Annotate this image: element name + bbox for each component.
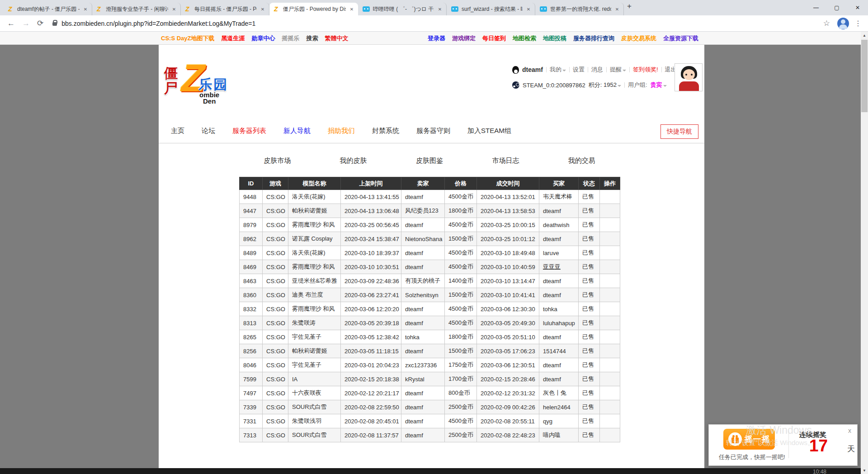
top-link[interactable]: 皮肤交易系统 <box>621 34 656 43</box>
close-icon[interactable]: ✕ <box>847 0 868 15</box>
top-link[interactable]: 地图投稿 <box>543 34 566 43</box>
maximize-icon[interactable]: ▢ <box>826 0 847 15</box>
tab-close-icon[interactable]: ✕ <box>259 7 266 12</box>
alerts-menu[interactable]: 提醒 <box>610 66 626 74</box>
browser-profile-avatar[interactable] <box>837 18 849 29</box>
cell-buyer[interactable]: 亚亚亚 <box>539 260 579 274</box>
cell-buyer[interactable]: 1514744 <box>539 344 579 358</box>
top-link[interactable]: 每日签到 <box>482 34 506 43</box>
new-tab-button[interactable]: + <box>624 1 635 12</box>
site-logo[interactable]: Z 僵尸 乐园 ombie Den <box>163 63 240 104</box>
cell-buyer[interactable]: dteamf <box>539 330 579 344</box>
main-nav-item[interactable]: 新人导航 <box>283 127 311 135</box>
scrollbar-down-icon[interactable]: ▼ <box>861 467 868 474</box>
score-menu[interactable]: 积分: 1952 <box>589 81 621 89</box>
avatar[interactable] <box>675 63 703 91</box>
main-nav-item[interactable]: 服务器守则 <box>416 127 450 135</box>
main-nav-item[interactable]: 加入STEAM组 <box>467 127 511 135</box>
cell-game: CS:GO <box>263 204 288 218</box>
tab-close-icon[interactable]: ✕ <box>348 7 355 12</box>
subnav-tab[interactable]: 我的皮肤 <box>315 156 391 165</box>
top-link[interactable]: 黑道生涯 <box>221 34 245 43</box>
top-link[interactable]: 搜索 <box>306 34 318 43</box>
cell-buyer[interactable]: dteamf <box>539 288 579 302</box>
steam-id: STEAM_0:0:200897862 <box>523 82 585 89</box>
quick-nav-button[interactable]: 快捷导航 <box>660 124 698 139</box>
top-link[interactable]: 全服资源下载 <box>663 34 698 43</box>
scrollbar-up-icon[interactable]: ▲ <box>861 32 868 39</box>
back-icon[interactable]: ← <box>7 19 15 28</box>
main-nav-item[interactable]: 捐助我们 <box>328 127 355 135</box>
tab-close-icon[interactable]: ✕ <box>170 7 178 12</box>
bookmark-star-icon[interactable]: ☆ <box>823 19 830 28</box>
cell-buyer[interactable]: 灰色丨兔 <box>539 386 579 400</box>
cell-buyer[interactable]: dteamf <box>539 232 579 246</box>
cell-buyer[interactable]: 喵内嗑 <box>539 428 579 442</box>
subnav-tab[interactable]: 我的交易 <box>544 156 620 165</box>
cell-buyer[interactable]: helen2464 <box>539 400 579 414</box>
main-nav-item[interactable]: 服务器列表 <box>232 127 266 135</box>
subnav-tab[interactable]: 皮肤图鉴 <box>392 156 467 165</box>
settings-link[interactable]: 设置 <box>573 66 585 74</box>
cell-buyer[interactable]: 韦天魔术棒 <box>539 190 579 204</box>
cell-action <box>600 344 620 358</box>
browser-tab[interactable]: Z 每日摇摇乐 - 僵尸乐园 - Powere ✕ <box>181 3 269 15</box>
main-nav-item[interactable]: 论坛 <box>202 127 215 135</box>
cell-buyer[interactable]: dteamf <box>539 274 579 288</box>
top-link[interactable]: 地图检索 <box>513 34 536 43</box>
cell-buyer[interactable]: deathwish <box>539 218 579 232</box>
cell-listed-time: 2020-04-13 13:41:55 <box>341 190 401 204</box>
top-link[interactable]: 勋章中心 <box>251 34 275 43</box>
top-link[interactable]: 游戏绑定 <box>452 34 476 43</box>
refresh-icon[interactable]: ⟳ <box>37 19 43 28</box>
browser-tab[interactable]: 哔哩哔哩 ( ゜- ゜)つロ 干杯~-bili ✕ <box>358 3 447 15</box>
cell-buyer[interactable]: tohka <box>539 302 579 316</box>
top-link[interactable]: 繁體中文 <box>325 34 348 43</box>
top-link[interactable]: CS:S DayZ地图下载 <box>161 34 214 43</box>
subnav-tab[interactable]: 市场日志 <box>467 156 543 165</box>
subnav-tab[interactable]: 皮肤市场 <box>239 156 315 165</box>
cell-buyer[interactable]: luluhahapup <box>539 316 579 330</box>
cell-status: 已售 <box>579 330 600 344</box>
cell-status: 已售 <box>579 232 600 246</box>
browser-tab[interactable]: 世界第一的滑翔大佬. redc 世界 ✕ <box>535 3 624 15</box>
top-link[interactable]: 服务器排行查询 <box>573 34 614 43</box>
cell-price: 4500金币 <box>445 414 477 428</box>
messages-link[interactable]: 消息 <box>591 66 603 74</box>
tab-close-icon[interactable]: ✕ <box>613 7 621 12</box>
cell-buyer[interactable]: dteamf <box>539 204 579 218</box>
shake-button[interactable]: 摇一摇 <box>723 429 775 450</box>
main-nav-item[interactable]: 主页 <box>171 127 184 135</box>
popup-close-icon[interactable]: x <box>848 427 851 434</box>
scrollbar-thumb[interactable] <box>861 40 868 112</box>
main-nav-item[interactable]: 封禁系统 <box>372 127 399 135</box>
browser-tab[interactable]: Z 僵尸乐园 - Powered by Discuz! ✕ <box>269 3 358 15</box>
url-text[interactable]: bbs.zombieden.cn/plugin.php?id=Zombieden… <box>61 20 255 27</box>
cell-buyer[interactable]: qyg <box>539 414 579 428</box>
my-menu[interactable]: 我的 <box>550 66 566 74</box>
top-link[interactable]: 摇摇乐 <box>282 34 299 43</box>
cell-status: 已售 <box>579 344 600 358</box>
cell-buyer[interactable]: laruve <box>539 246 579 260</box>
cell-sold-time: 2020-03-25 10:00:15 <box>477 218 539 232</box>
browser-tab[interactable]: Z 滑翔服专业垫子手 - 闲聊讨论及 ✕ <box>92 3 181 15</box>
username-link[interactable]: dteamf <box>522 66 543 73</box>
tab-close-icon[interactable]: ✕ <box>525 7 532 12</box>
tab-close-icon[interactable]: ✕ <box>436 7 443 12</box>
window-controls: — ▢ ✕ <box>806 0 868 15</box>
browser-tab[interactable]: surf_wizard - 搜索结果 - 哔哩哔 ✕ <box>447 3 535 15</box>
scrollbar[interactable]: ▲ ▼ <box>861 32 868 474</box>
usergroup-menu[interactable]: 贵宾 <box>651 81 667 89</box>
forward-icon[interactable]: → <box>22 19 30 28</box>
minimize-icon[interactable]: — <box>806 0 826 15</box>
signin-reward-link[interactable]: 签到领奖! <box>633 66 658 74</box>
cell-price: 4500金币 <box>445 246 477 260</box>
browser-tab[interactable]: Z dteamf的帖子 - 僵尸乐园 - Pow ✕ <box>4 3 92 15</box>
browser-menu-icon[interactable]: ⋮ <box>854 19 862 28</box>
popup-divider <box>788 431 789 458</box>
cell-buyer[interactable]: dteamf <box>539 358 579 372</box>
cell-game: CS:GO <box>263 316 288 330</box>
cell-buyer[interactable]: dteamf <box>539 372 579 386</box>
top-link[interactable]: 登录器 <box>428 34 445 43</box>
tab-close-icon[interactable]: ✕ <box>82 7 89 12</box>
